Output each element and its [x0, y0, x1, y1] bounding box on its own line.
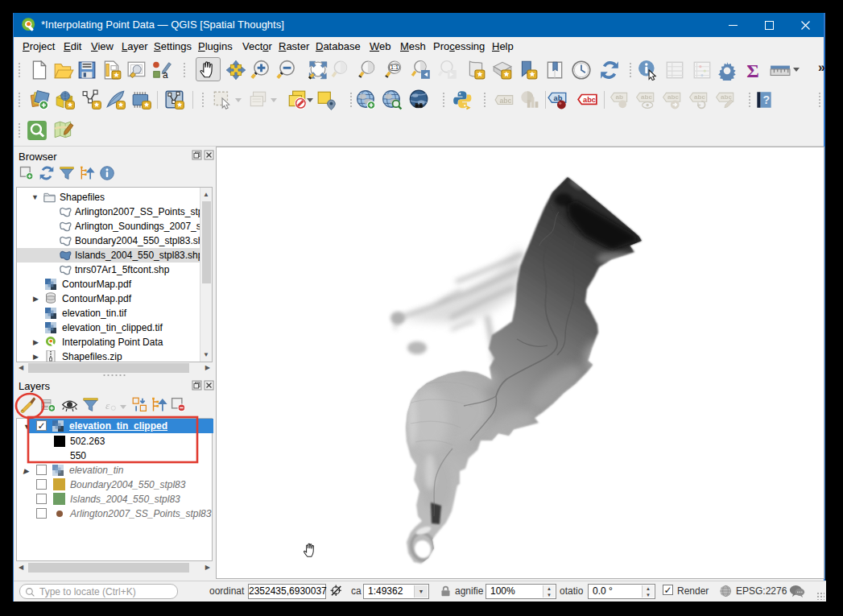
svg-text:a: a [163, 69, 168, 81]
svg-text:abc: abc [641, 93, 652, 101]
svg-text:?: ? [762, 93, 770, 106]
svg-text:1:1: 1:1 [391, 64, 399, 70]
svg-text:ab: ab [616, 93, 624, 101]
svg-text:abc: abc [500, 97, 512, 105]
svg-text:Σ: Σ [746, 60, 759, 81]
svg-text:abc: abc [583, 96, 596, 104]
svg-text:abc: abc [694, 93, 705, 101]
svg-text:abc: abc [667, 93, 679, 101]
